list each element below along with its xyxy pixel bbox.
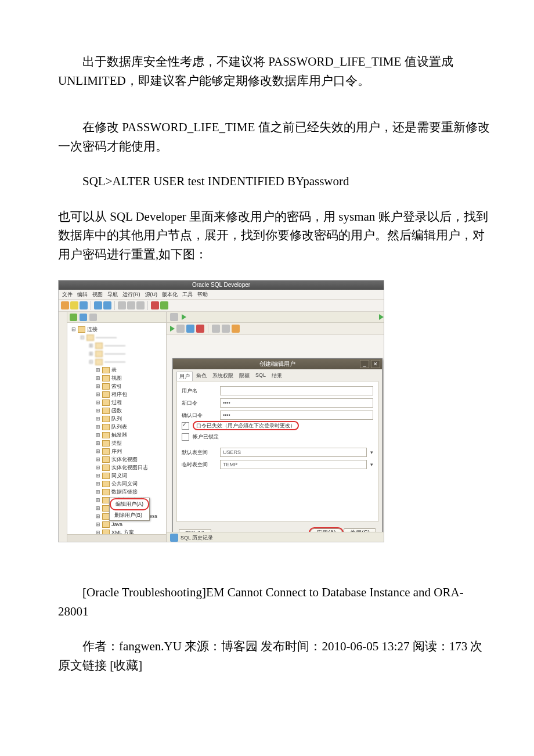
tree-item[interactable]: ⊞Java — [71, 520, 166, 528]
redo-icon[interactable] — [103, 301, 111, 309]
article-title: [Oracle Troubleshooting]EM Cannot Connec… — [58, 583, 493, 621]
context-drop-user[interactable]: 删除用户(B) — [110, 510, 149, 520]
refresh-icon[interactable] — [80, 314, 87, 321]
context-edit-user[interactable]: 编辑用户(A) — [110, 498, 149, 510]
minimize-icon[interactable]: _ — [360, 360, 369, 368]
run-arrow-icon[interactable] — [182, 314, 186, 320]
commit-icon[interactable] — [186, 325, 194, 333]
paragraph-1: 出于数据库安全性考虑，不建议将 PASSWORD_LIFE_TIME 值设置成 … — [58, 52, 493, 90]
edit-user-dialog[interactable]: 创建/编辑用户 _ ✕ 用户 角色 系统权限 限额 SQL 结果 — [172, 358, 383, 542]
new-password-field[interactable]: •••• — [220, 398, 373, 408]
tree-item[interactable]: ⊞表 — [71, 366, 166, 374]
run-arrow-icon[interactable] — [379, 314, 384, 320]
article-meta: 作者：fangwen.YU 来源：博客园 发布时间：2010-06-05 13:… — [58, 637, 493, 675]
locked-checkbox[interactable] — [182, 433, 189, 441]
dialog-tabs[interactable]: 用户 角色 系统权限 限额 SQL 结果 — [173, 369, 382, 381]
db-icon — [95, 343, 103, 349]
menu-run[interactable]: 运行(R) — [122, 290, 140, 299]
editor-tabs[interactable] — [167, 312, 384, 323]
editor-toolbar[interactable] — [167, 323, 384, 335]
tree-item[interactable]: ⊞实体化视图日志 — [71, 463, 166, 471]
chevron-down-icon[interactable]: ▾ — [370, 462, 373, 467]
connection-node[interactable]: ⊞———— — [71, 341, 166, 350]
history-icon[interactable] — [222, 325, 230, 333]
folder-icon — [102, 481, 110, 487]
cut-icon[interactable] — [118, 301, 126, 309]
main-toolbar[interactable] — [59, 300, 384, 312]
context-menu[interactable]: 编辑用户(A) 删除用户(B) — [109, 498, 150, 521]
tab-quota[interactable]: 限额 — [237, 372, 252, 381]
tree-item[interactable]: ⊞函数 — [71, 406, 166, 415]
folder-icon — [102, 521, 110, 528]
menu-help[interactable]: 帮助 — [197, 290, 208, 299]
tree-item[interactable]: ⊞过程 — [71, 398, 166, 406]
dialog-body: 用户名 新口令 •••• 确认口令 •••• — [176, 381, 378, 522]
menu-view[interactable]: 视图 — [92, 290, 103, 299]
sql-history-tab[interactable]: SQL 历史记录 — [167, 532, 384, 542]
tree-item[interactable]: ⊞序列 — [71, 447, 166, 455]
tree-item[interactable]: ⊞索引 — [71, 382, 166, 390]
tab-sys-privs[interactable]: 系统权限 — [210, 372, 236, 381]
filter-icon[interactable] — [89, 314, 97, 321]
left-tab-strip[interactable] — [59, 312, 67, 542]
clear-icon[interactable] — [212, 325, 220, 333]
undo-icon[interactable] — [94, 301, 102, 309]
tree-item[interactable]: ⊞实体化视图 — [71, 455, 166, 463]
paste-icon[interactable] — [136, 301, 145, 309]
menu-tools[interactable]: 工具 — [182, 290, 193, 299]
new-icon[interactable] — [61, 301, 69, 309]
folder-icon — [102, 489, 110, 495]
edit-icon[interactable] — [232, 325, 240, 333]
tree-item[interactable]: ⊞数据库链接 — [71, 488, 166, 496]
tree-item[interactable]: ⊞公共同义词 — [71, 480, 166, 488]
add-connection-icon[interactable] — [70, 314, 77, 321]
tree-item[interactable]: ⊞触发器 — [71, 431, 166, 439]
scrollbar[interactable] — [67, 534, 166, 542]
tree-item[interactable]: ⊞程序包 — [71, 390, 166, 398]
menu-source[interactable]: 源(U) — [145, 290, 158, 299]
default-ts-label: 默认表空间 — [182, 449, 217, 456]
tree-item[interactable]: ⊞视图 — [71, 374, 166, 382]
temp-tablespace-select[interactable]: TEMP — [220, 460, 367, 469]
menu-bar[interactable]: 文件 编辑 视图 导航 运行(R) 源(U) 版本化 工具 帮助 — [59, 290, 384, 300]
menu-edit[interactable]: 编辑 — [77, 290, 88, 299]
tree-pane-toolbar[interactable] — [67, 312, 166, 323]
close-icon[interactable]: ✕ — [371, 360, 380, 368]
editor-area: com 创建/编辑用户 _ ✕ 用户 角色 系统权限 限额 S — [167, 312, 384, 542]
stop-icon[interactable] — [151, 301, 159, 309]
folder-icon — [102, 391, 110, 398]
tree-root[interactable]: ⊟连接 — [71, 325, 166, 333]
menu-version[interactable]: 版本化 — [162, 290, 178, 299]
tab-roles[interactable]: 角色 — [194, 372, 209, 381]
connection-node[interactable]: ⊟———— — [71, 358, 166, 366]
save-icon[interactable] — [80, 301, 88, 309]
connection-node[interactable]: ⊞———— — [71, 350, 166, 358]
tree-item[interactable]: ⊞同义词 — [71, 471, 166, 480]
menu-file[interactable]: 文件 — [62, 290, 73, 299]
folder-icon — [102, 408, 110, 414]
explain-icon[interactable] — [176, 325, 185, 333]
tree-item[interactable]: ⊞类型 — [71, 439, 166, 447]
sql-worksheet-icon[interactable] — [170, 313, 178, 321]
connection-node[interactable]: ⊟———— — [71, 333, 166, 341]
menu-nav[interactable]: 导航 — [107, 290, 118, 299]
username-field[interactable] — [220, 386, 373, 395]
tab-user[interactable]: 用户 — [176, 372, 193, 381]
tree-item[interactable]: ⊞队列表 — [71, 423, 166, 431]
default-tablespace-select[interactable]: USERS — [220, 448, 367, 457]
separator-icon — [208, 324, 208, 333]
db-icon — [95, 359, 103, 365]
open-icon[interactable] — [70, 301, 78, 309]
run-arrow-icon[interactable] — [170, 326, 175, 332]
confirm-password-field[interactable]: •••• — [220, 411, 373, 420]
tab-results[interactable]: 结果 — [269, 372, 284, 381]
connections-tree-pane[interactable]: ⊟连接 ⊟———— ⊞———— ⊞———— ⊟———— ⊞表 ⊞视图 ⊞索引 ⊞… — [67, 312, 167, 542]
run-icon[interactable] — [160, 301, 168, 309]
copy-icon[interactable] — [127, 301, 135, 309]
tab-sql[interactable]: SQL — [253, 372, 268, 381]
rollback-icon[interactable] — [196, 325, 204, 333]
tree-item[interactable]: ⊞队列 — [71, 415, 166, 423]
chevron-down-icon[interactable]: ▾ — [370, 449, 373, 455]
expired-checkbox[interactable] — [182, 422, 189, 430]
folder-icon — [102, 375, 110, 381]
